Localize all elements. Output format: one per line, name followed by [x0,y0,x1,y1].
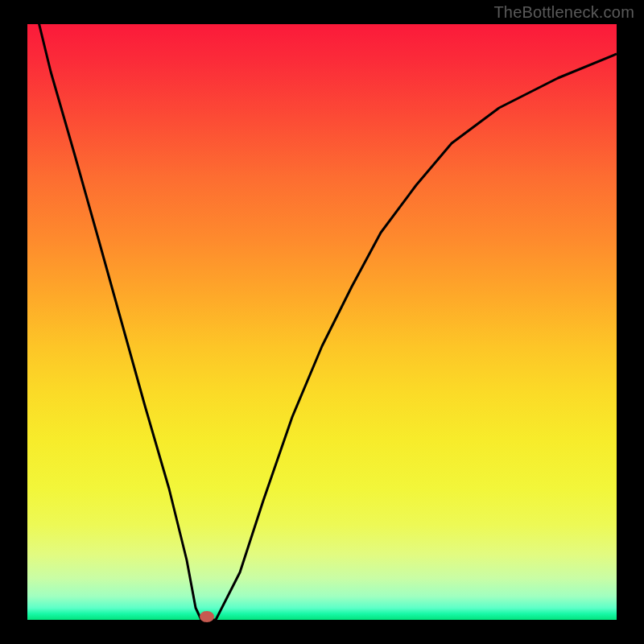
minimum-marker [200,611,214,622]
watermark-text: TheBottleneck.com [493,3,634,22]
bottleneck-curve-path [27,24,617,620]
curve-svg [27,24,617,620]
chart-frame: TheBottleneck.com [0,0,644,644]
plot-area [27,24,617,620]
